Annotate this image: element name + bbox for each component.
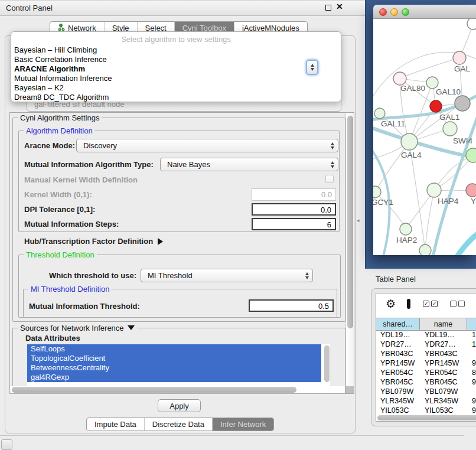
tab-discretize-data[interactable]: Discretize Data [145, 418, 213, 431]
node-label: GAL10 [436, 87, 461, 96]
attribute-list-item[interactable]: gal4RGexp [27, 373, 321, 382]
scrollbar-thumb[interactable] [347, 116, 353, 328]
table-cell: 9. [467, 406, 476, 416]
combo-stepper-icon [331, 139, 334, 152]
network-node[interactable] [467, 19, 476, 30]
network-node-swi4[interactable] [466, 148, 476, 162]
algorithm-option[interactable]: Basic Correlation Inference [11, 55, 341, 64]
table-cell: YIL053C [376, 406, 420, 416]
screen: Control Panel ✕ Network Style Select [0, 0, 476, 450]
table-row[interactable]: YIL053CYIL053C9. [376, 406, 476, 416]
network-view-window: GALGAL80GAL10GAL1GAL11SWI4GAL4GCY1HAP4YH… [373, 5, 476, 255]
close-panel-icon[interactable]: ✕ [336, 2, 343, 11]
algorithm-option[interactable]: Mutual Information Inference [11, 74, 341, 83]
select-all-icon[interactable]: ✓✓ [423, 301, 438, 307]
combo-stepper-icon[interactable] [306, 60, 318, 75]
attribute-list-item[interactable]: TopologicalCoefficient [27, 354, 321, 363]
network-node-gal4[interactable] [401, 133, 418, 150]
minimize-window-icon[interactable] [390, 8, 398, 16]
minimized-panel-button[interactable] [1, 439, 12, 450]
network-node-gcy1[interactable] [373, 186, 381, 198]
float-panel-icon[interactable] [325, 5, 331, 11]
network-edge[interactable] [400, 58, 459, 79]
control-panel-title: Control Panel [0, 4, 53, 12]
mi-type-combo[interactable]: Naive Bayes [160, 158, 338, 171]
scrollbar-thumb[interactable] [12, 387, 296, 393]
algorithm-option[interactable]: Bayesian – Hill Climbing [11, 45, 341, 55]
table-row[interactable]: YDL19…YDL19…13 [376, 331, 476, 340]
deselect-all-icon[interactable] [450, 301, 465, 307]
dpi-tolerance-input[interactable]: 0.0 [252, 203, 336, 216]
tab-infer-network[interactable]: Infer Network [213, 418, 273, 431]
network-node[interactable] [419, 244, 431, 255]
attribute-list-item[interactable]: SelfLoops [27, 344, 321, 354]
group-title: Cyni Algorithm Settings [18, 113, 102, 122]
apply-button[interactable]: Apply [158, 399, 201, 412]
table-cell: YBR043C [420, 350, 467, 359]
network-edge[interactable] [455, 227, 476, 255]
network-node-y[interactable] [466, 184, 476, 197]
table-horizontal-scrollbar[interactable] [377, 415, 476, 420]
aracne-mode-combo[interactable]: Discovery [76, 139, 338, 152]
table-cell: YDR27… [376, 340, 420, 350]
table-cell: 9. [467, 359, 476, 369]
table-cell: 13 [467, 331, 476, 340]
table-cell: YBR045C [420, 378, 467, 387]
settings-horizontal-scrollbar[interactable] [11, 386, 345, 393]
network-node-gal10[interactable] [426, 77, 438, 89]
tab-impute-data[interactable]: Impute Data [87, 418, 145, 431]
table-row[interactable]: YLR345WYLR345W9. [376, 397, 476, 406]
network-node-hap2[interactable] [400, 223, 412, 235]
network-node[interactable] [430, 100, 442, 112]
table-cell: YLR345W [376, 397, 420, 406]
network-node-gal[interactable] [453, 51, 466, 64]
table-row[interactable]: YPR145WYPR145W9. [376, 359, 476, 369]
sources-toggle[interactable]: Sources for Network Inference [18, 324, 137, 332]
table-header: shared… name A [376, 318, 476, 331]
list-scrollbar[interactable] [324, 345, 330, 382]
network-canvas[interactable]: GALGAL80GAL10GAL1GAL11SWI4GAL4GCY1HAP4YH… [373, 19, 476, 255]
network-node-gal11[interactable] [374, 108, 385, 119]
algorithm-option[interactable]: ARACNE Algorithm [11, 64, 341, 74]
table-row[interactable]: YBL079WYBL079W [376, 387, 476, 397]
network-node-gal80[interactable] [393, 72, 406, 85]
mi-threshold-input[interactable]: 0.5 [249, 299, 334, 312]
which-threshold-combo[interactable]: MI Threshold [141, 269, 313, 282]
combo-stepper-icon [331, 158, 334, 171]
network-edge[interactable] [425, 190, 434, 250]
close-window-icon[interactable] [379, 8, 387, 16]
column-header-name[interactable]: name [420, 318, 467, 331]
table-panel-title: Table Panel [376, 275, 416, 283]
node-label: HAP4 [438, 197, 459, 206]
column-header-shared-name[interactable]: shared… [376, 318, 420, 331]
network-node[interactable] [455, 96, 470, 111]
table-row[interactable]: YER054CYER054C8. [376, 369, 476, 378]
algorithm-dropdown-placeholder: Select algorithm to view settings [11, 35, 341, 44]
network-node-hap4[interactable] [427, 183, 441, 197]
gear-icon[interactable]: ⚙ [386, 298, 396, 309]
table-row[interactable]: YBR043CYBR043C [376, 350, 476, 359]
splitter-collapse-icon[interactable]: ◂ [357, 217, 360, 223]
column-header-partial[interactable]: A [467, 318, 476, 331]
table-cell: YPR145W [376, 359, 420, 369]
network-node-gal1[interactable] [443, 122, 457, 136]
table-cell: 12 [467, 340, 476, 350]
mi-type-label: Mutual Information Algorithm Type: [24, 160, 154, 169]
network-window-titlebar[interactable] [373, 5, 476, 19]
kernel-width-input[interactable]: 0.0 [252, 188, 336, 201]
settings-vertical-scrollbar[interactable] [345, 113, 354, 386]
node-label: GAL4 [401, 151, 422, 159]
table-row[interactable]: YBR045CYBR045C9. [376, 378, 476, 387]
algorithm-option[interactable]: Dream8 DC_TDC Algorithm [11, 93, 341, 102]
status-bar-divider [0, 435, 464, 436]
hub-definition-toggle[interactable]: Hub/Transcription Factor Definition [24, 237, 163, 246]
split-columns-icon[interactable] [407, 299, 410, 309]
manual-kernel-checkbox[interactable] [325, 175, 334, 183]
attribute-list-item[interactable]: BetweennessCentrality [27, 363, 321, 373]
node-label: GAL11 [381, 119, 405, 128]
table-cell: YBL079W [420, 387, 467, 397]
table-row[interactable]: YDR27…YDR27…12 [376, 340, 476, 350]
zoom-window-icon[interactable] [402, 8, 409, 16]
algorithm-option[interactable]: Bayesian – K2 [11, 83, 341, 93]
mi-steps-input[interactable]: 6 [252, 218, 336, 230]
